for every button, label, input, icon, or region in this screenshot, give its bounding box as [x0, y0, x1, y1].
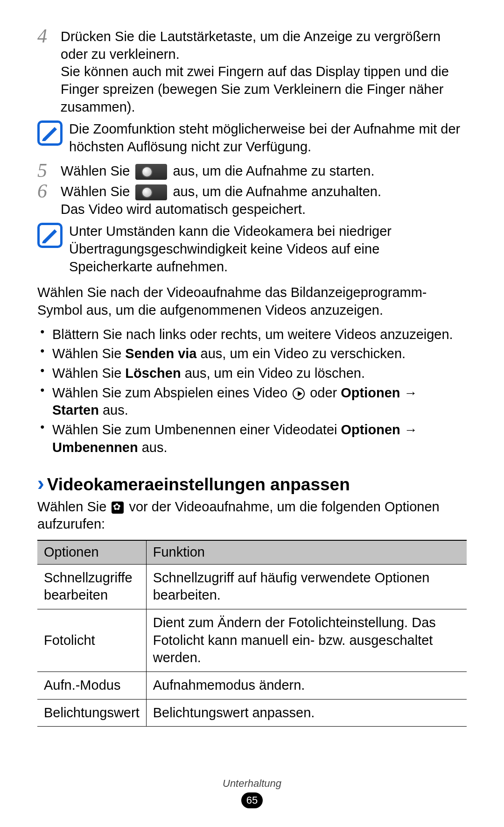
step-number: 4 [37, 26, 61, 46]
note-zoom: Die Zoomfunktion steht möglicherweise be… [37, 120, 467, 156]
opt-cell: Aufn.-Modus [37, 672, 146, 700]
action-loeschen: Löschen [125, 366, 181, 381]
text: Wählen Sie [61, 184, 133, 199]
opt-cell: Schnellzugriffe bearbeiten [37, 564, 146, 609]
step-4-line2: Sie können auch mit zwei Fingern auf das… [61, 63, 467, 116]
after-record-para: Wählen Sie nach der Videoaufnahme das Bi… [37, 284, 467, 319]
arrow-icon: → [400, 422, 418, 437]
text: aus. [99, 403, 128, 417]
text: aus. [138, 440, 168, 455]
section-heading: › Videokameraeinstellungen anpassen [37, 473, 467, 496]
step-number: 5 [37, 161, 61, 180]
footer-section: Unterhaltung [0, 777, 504, 791]
note-icon [37, 120, 63, 146]
action-optionen: Optionen [341, 385, 400, 400]
text: oder [306, 385, 341, 400]
func-cell: Schnellzugriff auf häufig verwendete Opt… [146, 564, 467, 609]
opt-cell: Belichtungswert [37, 699, 146, 727]
action-umbenennen: Umbenennen [52, 440, 138, 455]
col-optionen: Optionen [37, 540, 146, 564]
list-item: Wählen Sie Senden via aus, um ein Video … [39, 345, 467, 363]
text: Wählen Sie [52, 366, 125, 381]
page-footer: Unterhaltung 65 [0, 777, 504, 808]
play-icon [293, 388, 305, 400]
step-body: Wählen Sie aus, um die Aufnahme anzuhalt… [61, 183, 467, 218]
text: aus, um ein Video zu löschen. [181, 366, 365, 381]
record-icon [135, 164, 167, 180]
table-row: Schnellzugriffe bearbeiten Schnellzugrif… [37, 564, 467, 609]
action-senden-via: Senden via [125, 346, 196, 361]
section-title: Videokameraeinstellungen anpassen [47, 474, 350, 496]
step-5: 5 Wählen Sie aus, um die Aufnahme zu sta… [37, 163, 467, 180]
table-header-row: Optionen Funktion [37, 540, 467, 564]
text: Wählen Sie [61, 163, 133, 178]
note-text: Die Zoomfunktion steht möglicherweise be… [69, 120, 467, 156]
note-icon [37, 223, 63, 248]
text: Wählen Sie [52, 346, 125, 361]
record-icon [135, 184, 167, 200]
step-4: 4 Drücken Sie die Lautstärketaste, um di… [37, 28, 467, 116]
list-item: Wählen Sie zum Umbenennen einer Videodat… [39, 421, 467, 456]
text: Wählen Sie zum Umbenennen einer Videodat… [52, 422, 341, 437]
func-cell: Belichtungswert anpassen. [146, 699, 467, 727]
action-starten: Starten [52, 403, 99, 417]
options-table: Optionen Funktion Schnellzugriffe bearbe… [37, 540, 467, 727]
list-item: Blättern Sie nach links oder rechts, um … [39, 326, 467, 344]
text: aus, um die Aufnahme anzuhalten. [169, 184, 381, 199]
text: Blättern Sie nach links oder rechts, um … [52, 327, 453, 342]
step-4-line1: Drücken Sie die Lautstärketaste, um die … [61, 28, 467, 63]
note-text: Unter Umständen kann die Videokamera bei… [69, 223, 467, 276]
table-row: Aufn.-Modus Aufnahmemodus ändern. [37, 672, 467, 700]
step-number: 6 [37, 181, 61, 201]
text: Wählen Sie [37, 499, 110, 514]
page-number: 65 [241, 792, 263, 808]
text: Wählen Sie zum Abspielen eines Video [52, 385, 291, 400]
section-intro: Wählen Sie vor der Videoaufnahme, um die… [37, 498, 467, 533]
video-actions-list: Blättern Sie nach links oder rechts, um … [39, 326, 467, 457]
col-funktion: Funktion [146, 540, 467, 564]
list-item: Wählen Sie Löschen aus, um ein Video zu … [39, 365, 467, 382]
table-row: Belichtungswert Belichtungswert anpassen… [37, 699, 467, 727]
table-row: Fotolicht Dient zum Ändern der Fotolicht… [37, 609, 467, 671]
step-6: 6 Wählen Sie aus, um die Aufnahme anzuha… [37, 183, 467, 218]
func-cell: Aufnahmemodus ändern. [146, 672, 467, 700]
step-6-extra: Das Video wird automatisch gespeichert. [61, 201, 467, 219]
text: aus, um ein Video zu verschicken. [196, 346, 406, 361]
gear-icon [112, 502, 124, 514]
list-item: Wählen Sie zum Abspielen eines Video ode… [39, 384, 467, 419]
step-body: Drücken Sie die Lautstärketaste, um die … [61, 28, 467, 116]
chevron-icon: › [37, 473, 44, 494]
arrow-icon: → [400, 385, 418, 400]
text: aus, um die Aufnahme zu starten. [169, 163, 374, 178]
step-body: Wählen Sie aus, um die Aufnahme zu start… [61, 163, 467, 180]
func-cell: Dient zum Ändern der Fotolichteinstellun… [146, 609, 467, 671]
opt-cell: Fotolicht [37, 609, 146, 671]
action-optionen: Optionen [341, 422, 400, 437]
note-sdcard: Unter Umständen kann die Videokamera bei… [37, 223, 467, 276]
